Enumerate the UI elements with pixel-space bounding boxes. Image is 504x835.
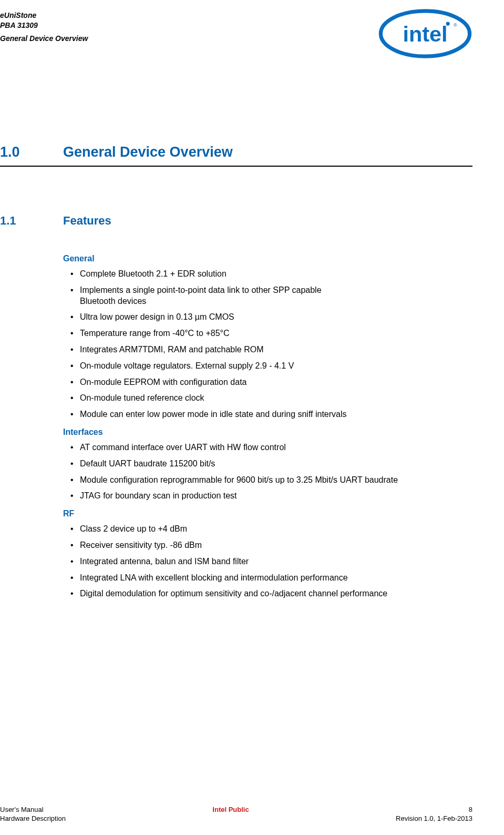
group-heading-interfaces: Interfaces <box>63 427 472 437</box>
svg-text:®: ® <box>454 23 457 28</box>
list-item: Digital demodulation for optimum sensiti… <box>63 588 472 599</box>
section-title: Features <box>63 214 111 228</box>
list-item: Complete Bluetooth 2.1 + EDR solution <box>63 269 472 280</box>
footer-left-line1: User's Manual <box>0 805 66 814</box>
chapter-heading: 1.0 General Device Overview <box>0 144 472 167</box>
list-item: Integrated antenna, balun and ISM band f… <box>63 556 472 567</box>
footer-left-line2: Hardware Description <box>0 814 66 823</box>
chapter-title: General Device Overview <box>63 144 233 160</box>
header-left-block: eUniStone PBA 31309 General Device Overv… <box>0 11 88 44</box>
group-heading-general: General <box>63 254 472 263</box>
list-item: Implements a single point-to-point data … <box>63 285 357 307</box>
header-subtitle: General Device Overview <box>0 34 88 44</box>
list-item: JTAG for boundary scan in production tes… <box>63 491 472 502</box>
feature-list-interfaces: AT command interface over UART with HW f… <box>63 442 472 502</box>
svg-point-3 <box>446 22 450 26</box>
list-item: Module can enter low power mode in idle … <box>63 409 472 420</box>
product-name-line1: eUniStone <box>0 11 88 21</box>
section-heading: 1.1 Features <box>0 214 472 228</box>
chapter-number: 1.0 <box>0 144 63 160</box>
content-block: General Complete Bluetooth 2.1 + EDR sol… <box>63 254 472 599</box>
footer-center: Intel Public <box>66 805 396 823</box>
footer-left: User's Manual Hardware Description <box>0 805 66 823</box>
list-item: Ultra low power design in 0.13 µm CMOS <box>63 312 472 323</box>
list-item: On-module voltage regulators. External s… <box>63 361 472 372</box>
section-number: 1.1 <box>0 214 63 228</box>
footer-right: 8 Revision 1.0, 1-Feb-2013 <box>396 805 472 823</box>
page-footer: User's Manual Hardware Description Intel… <box>0 805 472 823</box>
list-item: Receiver sensitivity typ. -86 dBm <box>63 540 472 551</box>
intel-logo-icon: intel ® <box>378 7 472 60</box>
list-item: Default UART baudrate 115200 bit/s <box>63 459 472 470</box>
list-item: Integrates ARM7TDMI, RAM and patchable R… <box>63 344 472 355</box>
group-heading-rf: RF <box>63 509 472 518</box>
page-header: eUniStone PBA 31309 General Device Overv… <box>0 11 472 60</box>
list-item: On-module EEPROM with configuration data <box>63 377 472 388</box>
product-name-line2: PBA 31309 <box>0 21 88 30</box>
list-item: Temperature range from -40°C to +85°C <box>63 328 472 339</box>
feature-list-rf: Class 2 device up to +4 dBm Receiver sen… <box>63 524 472 599</box>
list-item: Class 2 device up to +4 dBm <box>63 524 472 535</box>
list-item: Module configuration reprogrammable for … <box>63 475 472 486</box>
list-item: Integrated LNA with excellent blocking a… <box>63 573 472 584</box>
revision-info: Revision 1.0, 1-Feb-2013 <box>396 814 472 823</box>
svg-text:intel: intel <box>403 22 447 46</box>
feature-list-general: Complete Bluetooth 2.1 + EDR solution Im… <box>63 269 472 420</box>
list-item: On-module tuned reference clock <box>63 393 472 404</box>
page-number: 8 <box>396 805 472 814</box>
list-item: AT command interface over UART with HW f… <box>63 442 472 453</box>
